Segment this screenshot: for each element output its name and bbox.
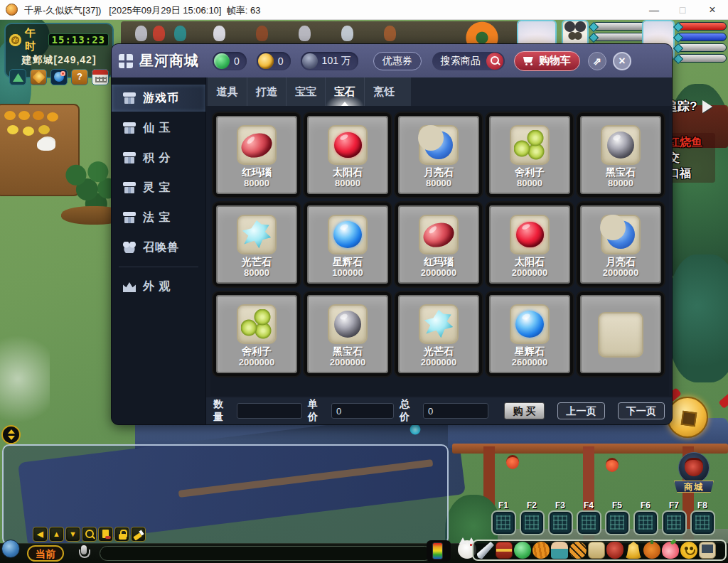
starriver-mall-window: 星河商城 00101 万 优惠券 搜索商品 购物车 ⇗ × 游戏币仙 玉积 分灵… (112, 44, 672, 424)
jade-icon[interactable] (514, 542, 531, 559)
glove-icon[interactable] (606, 542, 623, 559)
shop-category-item[interactable]: 积 分 (112, 144, 205, 171)
hotkey-slot[interactable] (633, 510, 658, 535)
shop-category-item[interactable]: 仙 玉 (112, 114, 205, 141)
shop-item[interactable]: 月亮石2000000 (577, 203, 664, 286)
tab-宝宝[interactable]: 宝宝 (286, 77, 325, 106)
item-price: 2000000 (330, 357, 366, 368)
hotkey-slot[interactable] (605, 510, 630, 535)
shop-item[interactable]: 黑宝石2000000 (304, 292, 391, 376)
hotkey-slot[interactable] (520, 510, 545, 535)
shop-item[interactable]: 光芒石2000000 (395, 292, 482, 376)
prev-page-button[interactable]: 上一页 (557, 402, 604, 419)
tab-烹饪[interactable]: 烹饪 (364, 77, 403, 106)
tiger-icon[interactable] (569, 542, 587, 559)
time-location-hud: 午时 15:13:23 建邺城[249,42] (4, 23, 114, 78)
arrow-left-icon[interactable]: ◀ (33, 527, 48, 542)
shop-item[interactable]: 月亮石80000 (395, 113, 482, 197)
shop-item[interactable]: 星辉石2600000 (486, 292, 573, 376)
minimize-button[interactable]: — (640, 0, 668, 20)
shop-category-item[interactable]: 灵 宝 (112, 174, 205, 201)
total-price-label: 总价 (400, 398, 417, 424)
cart-button[interactable]: 购物车 (514, 51, 580, 71)
shop-item[interactable]: 红玛瑙80000 (213, 113, 300, 197)
quest-item-link[interactable]: 红烧鱼 (668, 136, 702, 148)
coupon-button[interactable]: 优惠券 (373, 52, 422, 70)
pumpkin-icon[interactable] (643, 542, 660, 559)
arrow-up-icon[interactable]: ▲ (49, 527, 64, 542)
chest-icon[interactable] (496, 542, 513, 559)
monitor-icon[interactable] (699, 542, 716, 559)
shop-category-item[interactable]: 法 宝 (112, 204, 205, 231)
pet-portrait[interactable] (562, 20, 589, 47)
shop-item[interactable]: 光芒石80000 (213, 203, 300, 286)
bell-icon[interactable] (625, 542, 642, 559)
search-input[interactable]: 搜索商品 (432, 52, 505, 70)
hotkey-slot[interactable] (662, 510, 687, 535)
chat-channel-badge[interactable]: 当前 (27, 545, 64, 562)
chat-text-input[interactable] (100, 546, 432, 561)
magnifier-icon[interactable] (82, 527, 97, 542)
tab-打造[interactable]: 打造 (247, 77, 286, 106)
appearance-icon (123, 281, 136, 292)
close-window-button[interactable]: × (698, 0, 727, 20)
shop-category-active[interactable]: 游戏币 (112, 85, 205, 112)
copper-coin-icon[interactable] (667, 397, 708, 438)
shop-item[interactable]: 黑宝石80000 (577, 113, 664, 197)
shop-sidebar: 游戏币仙 玉积 分灵 宝法 宝召唤兽外 观 (112, 77, 206, 424)
page-icon[interactable] (98, 527, 113, 542)
hotkey-slot[interactable] (491, 510, 516, 535)
unit-price-label: 单价 (308, 398, 326, 424)
hotkey-slot[interactable] (548, 510, 573, 535)
shop-item[interactable] (577, 292, 664, 376)
smiley-icon[interactable] (680, 542, 697, 559)
stall-icon[interactable] (30, 69, 47, 85)
doll-icon[interactable] (551, 542, 568, 559)
os-titlebar: 千界-久似妖气[37]) [2025年09月29日 15:06:10] 帧率: … (0, 0, 728, 20)
item-slot (510, 125, 550, 165)
shop-item[interactable]: 舍利子2000000 (213, 292, 300, 376)
tracker-expand-icon[interactable] (702, 100, 712, 113)
unit-price-input[interactable] (331, 403, 394, 419)
pet-face (563, 21, 587, 45)
scroll-icon[interactable] (588, 542, 605, 559)
hotkey-slot[interactable] (690, 510, 715, 535)
shop-item[interactable]: 太阳石80000 (304, 113, 391, 197)
popout-button[interactable]: ⇗ (588, 52, 606, 70)
next-page-button[interactable]: 下一页 (618, 402, 665, 419)
world-search-icon[interactable] (50, 69, 68, 85)
arrow-down-icon[interactable]: ▼ (65, 527, 80, 542)
shop-item[interactable]: 太阳石2000000 (486, 203, 573, 286)
melon-icon[interactable] (532, 542, 550, 559)
hotkey-F5: F5 (604, 500, 630, 535)
tracked-quest[interactable]: 红烧鱼交 口福 (665, 133, 715, 183)
total-price-input[interactable] (423, 403, 488, 419)
hotkey-slot[interactable] (577, 510, 601, 535)
quantity-input[interactable] (237, 403, 302, 419)
helper-icon[interactable] (71, 69, 88, 85)
microphone-icon[interactable] (78, 545, 90, 561)
maximize-button[interactable]: □ (668, 0, 697, 20)
sword-icon[interactable] (477, 542, 494, 559)
settings-gear-icon[interactable] (9, 34, 21, 46)
close-shop-button[interactable]: × (613, 52, 631, 70)
mall-shortcut-button[interactable]: 商城 (674, 452, 714, 493)
shop-item[interactable]: 星辉石100000 (304, 203, 391, 286)
brush-icon[interactable] (131, 527, 146, 542)
chat-shell-icon[interactable] (1, 540, 20, 558)
calendar-icon[interactable] (92, 69, 109, 85)
chat-toggle-button[interactable] (1, 425, 21, 444)
search-icon[interactable] (486, 53, 503, 70)
shop-category-item[interactable]: 召唤兽 (112, 234, 205, 261)
lock-icon[interactable] (114, 527, 129, 542)
shop-item[interactable]: 红玛瑙2000000 (395, 203, 482, 286)
shop-item[interactable]: 舍利子80000 (486, 113, 573, 197)
scene-mode-icon[interactable] (9, 69, 26, 85)
tab-道具[interactable]: 道具 (208, 77, 247, 106)
hotkey-F1: F1 (491, 500, 516, 535)
buy-button[interactable]: 购 买 (504, 402, 545, 419)
shop-footer: 数量 单价 总价 购 买 上一页 下一页 (206, 397, 672, 424)
shop-category-item[interactable]: 外 观 (112, 273, 205, 300)
peach-icon[interactable] (662, 542, 679, 559)
tab-宝石[interactable]: 宝石 (325, 77, 364, 106)
